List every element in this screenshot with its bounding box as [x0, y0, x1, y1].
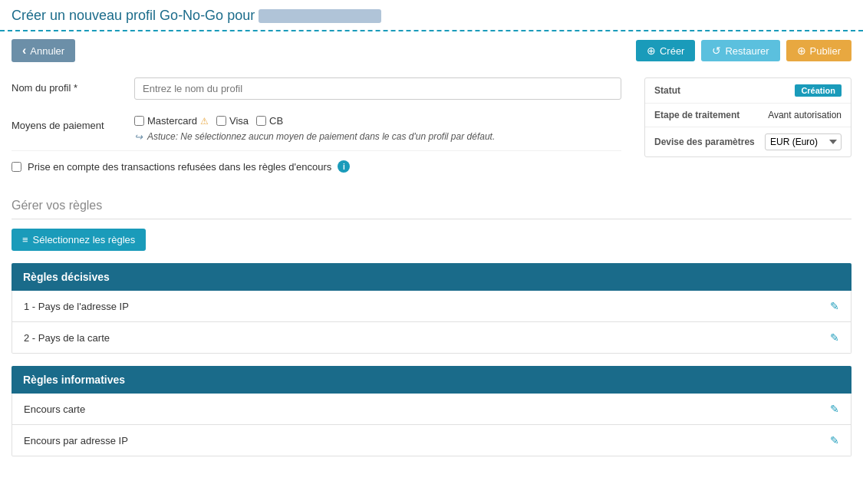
restore-button[interactable]: ↺ Restaurer	[701, 40, 779, 61]
rules-section-title: Gérer vos règles	[12, 189, 851, 219]
mastercard-item: Mastercard ⚠	[134, 115, 209, 127]
table-row: 1 - Pays de l'adresse IP ✎	[12, 291, 851, 322]
table-row: 2 - Pays de la carte ✎	[12, 322, 851, 354]
create-button[interactable]: ⊕ Créer	[636, 40, 696, 61]
rule-name-encours-ip: Encours par adresse IP	[24, 435, 128, 446]
informatives-group: Règles informatives Encours carte ✎ Enco…	[12, 366, 851, 456]
devise-row: Devise des paramètres EUR (Euro) USD (Do…	[645, 127, 851, 156]
edit-icon-encours-ip[interactable]: ✎	[830, 434, 839, 446]
publish-icon: ⊕	[797, 44, 806, 57]
edit-icon-2[interactable]: ✎	[830, 331, 839, 344]
restore-label: Restaurer	[725, 45, 769, 57]
rule-name-2: 2 - Pays de la carte	[24, 332, 110, 344]
select-rules-button[interactable]: ≡ Sélectionnez les règles	[12, 229, 146, 251]
table-row: Encours par adresse IP ✎	[12, 425, 851, 456]
rule-name-encours-carte: Encours carte	[24, 404, 85, 415]
visa-checkbox[interactable]	[216, 116, 226, 126]
select-rules-label: Sélectionnez les règles	[33, 234, 136, 245]
chevron-left-icon	[22, 44, 26, 58]
currency-select[interactable]: EUR (Euro) USD (Dollar) GBP (Pound)	[765, 133, 842, 150]
cb-checkbox[interactable]	[256, 116, 266, 126]
mastercard-warning-icon: ⚠	[200, 116, 209, 127]
publish-label: Publier	[810, 45, 841, 57]
payment-methods-list: Mastercard ⚠ Visa CB	[134, 115, 621, 127]
back-button[interactable]: Annuler	[12, 39, 75, 62]
list-icon: ≡	[22, 234, 28, 245]
form-with-sidebar: Nom du profil * Moyens de paiement Maste…	[12, 70, 851, 182]
etape-value: Avant autorisation	[768, 110, 842, 120]
rules-section: Gérer vos règles ≡ Sélectionnez les règl…	[12, 189, 851, 456]
title-prefix: Créer un nouveau profil Go-No-Go pour	[12, 8, 255, 23]
statut-label: Statut	[654, 85, 680, 96]
toolbar-right: ⊕ Créer ↺ Restaurer ⊕ Publier	[636, 40, 851, 61]
decisives-group: Règles décisives 1 - Pays de l'adresse I…	[12, 263, 851, 354]
globe-icon: ⊕	[647, 44, 656, 57]
mastercard-label: Mastercard	[147, 115, 197, 127]
status-panel: Statut Création Etape de traitement Avan…	[644, 77, 851, 157]
edit-icon-1[interactable]: ✎	[830, 300, 839, 312]
table-row: Encours carte ✎	[12, 394, 851, 425]
hint-arrow-icon: ↪	[134, 131, 143, 143]
cb-label: CB	[269, 115, 283, 127]
profile-name-control	[134, 77, 621, 100]
toolbar-left: Annuler	[12, 39, 75, 62]
refused-transactions-row: Prise en compte des transactions refusée…	[12, 150, 621, 182]
devise-label: Devise des paramètres	[654, 137, 755, 147]
publish-button[interactable]: ⊕ Publier	[786, 40, 851, 61]
refused-transactions-label: Prise en compte des transactions refusée…	[28, 161, 331, 173]
cb-item: CB	[256, 115, 283, 127]
sidebar-area: Statut Création Etape de traitement Avan…	[637, 70, 851, 182]
merchant-name-blurred	[259, 9, 381, 23]
visa-label: Visa	[229, 115, 249, 127]
toolbar: Annuler ⊕ Créer ↺ Restaurer ⊕ Publier	[0, 31, 863, 70]
etape-label: Etape de traitement	[654, 110, 739, 120]
etape-row: Etape de traitement Avant autorisation	[645, 104, 851, 127]
create-label: Créer	[660, 45, 685, 57]
payment-hint: ↪ Astuce: Ne sélectionnez aucun moyen de…	[134, 131, 621, 143]
payment-hint-text: Astuce: Ne sélectionnez aucun moyen de p…	[147, 131, 495, 142]
visa-item: Visa	[216, 115, 249, 127]
page-header: Créer un nouveau profil Go-No-Go pour	[0, 0, 863, 31]
refresh-icon: ↺	[712, 44, 721, 57]
refused-transactions-checkbox[interactable]	[12, 162, 21, 172]
back-label: Annuler	[30, 45, 64, 57]
statut-row: Statut Création	[645, 78, 851, 104]
edit-icon-encours-carte[interactable]: ✎	[830, 403, 839, 415]
main-content: Nom du profil * Moyens de paiement Maste…	[0, 70, 863, 456]
form-area: Nom du profil * Moyens de paiement Maste…	[12, 70, 637, 182]
payment-methods-label: Moyens de paiement	[12, 115, 127, 131]
payment-methods-row: Moyens de paiement Mastercard ⚠ Visa	[12, 107, 621, 150]
rule-name-1: 1 - Pays de l'adresse IP	[24, 301, 129, 312]
decisives-header: Règles décisives	[12, 263, 851, 291]
informatives-header: Règles informatives	[12, 366, 851, 394]
page-title: Créer un nouveau profil Go-No-Go pour	[12, 8, 851, 30]
profile-name-input[interactable]	[134, 77, 621, 100]
statut-badge: Création	[795, 84, 842, 97]
profile-name-label: Nom du profil *	[12, 77, 127, 94]
info-icon[interactable]: i	[338, 160, 350, 173]
payment-methods-control: Mastercard ⚠ Visa CB ↪	[134, 115, 621, 143]
profile-name-row: Nom du profil *	[12, 70, 621, 107]
mastercard-checkbox[interactable]	[134, 116, 144, 126]
